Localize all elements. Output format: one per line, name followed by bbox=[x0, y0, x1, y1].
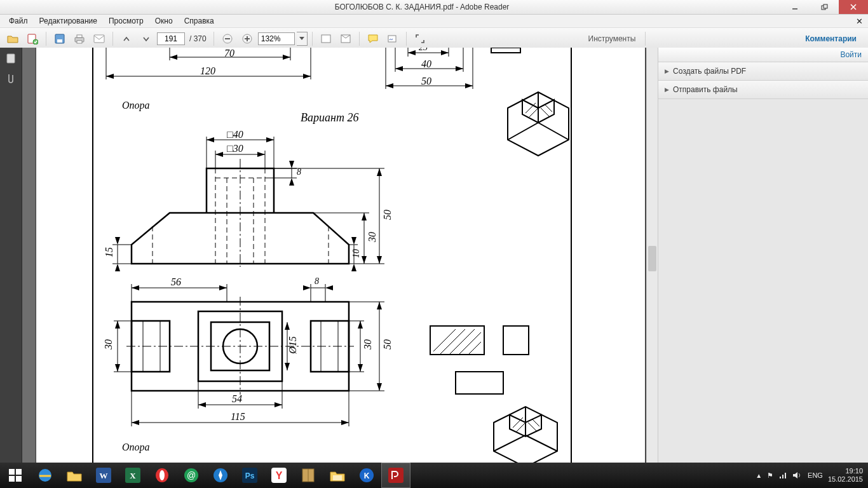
panel-create-pdf[interactable]: ▶ Создать файлы PDF bbox=[658, 62, 868, 81]
scrollbar-thumb[interactable] bbox=[648, 246, 656, 271]
svg-rect-8 bbox=[57, 39, 62, 43]
read-mode-button[interactable] bbox=[411, 30, 429, 48]
svg-marker-25 bbox=[170, 55, 177, 60]
page-total: / 370 bbox=[189, 34, 207, 43]
zoom-field[interactable] bbox=[258, 32, 295, 45]
label-opora-bot: Опора bbox=[122, 442, 150, 453]
svg-marker-83 bbox=[377, 168, 382, 176]
maximize-button[interactable] bbox=[810, 0, 839, 14]
menu-edit[interactable]: Редактирование bbox=[34, 15, 102, 27]
comments-panel-toggle[interactable]: Комментарии bbox=[797, 31, 864, 46]
comments-toggle-button[interactable] bbox=[364, 30, 382, 48]
task-archive[interactable] bbox=[294, 463, 323, 488]
photoshop-icon: Ps bbox=[242, 468, 257, 483]
zoom-in-button[interactable] bbox=[238, 30, 256, 48]
menu-bar: Файл Редактирование Просмотр Окно Справк… bbox=[0, 15, 868, 28]
fit-width-icon bbox=[320, 34, 332, 43]
task-photoshop[interactable]: Ps bbox=[235, 463, 264, 488]
fit-page-button[interactable] bbox=[337, 30, 355, 48]
svg-rect-157 bbox=[9, 469, 15, 475]
svg-marker-64 bbox=[266, 137, 274, 142]
disclosure-triangle-icon: ▶ bbox=[665, 68, 669, 74]
panel-send-files[interactable]: ▶ Отправить файлы bbox=[658, 81, 868, 99]
task-yandex[interactable]: Y bbox=[264, 463, 294, 488]
start-button[interactable] bbox=[0, 463, 31, 488]
main-toolbar: / 370 bbox=[0, 28, 868, 50]
svg-marker-132 bbox=[377, 383, 382, 391]
paperclip-icon bbox=[6, 72, 16, 85]
svg-marker-63 bbox=[207, 137, 214, 142]
task-excel[interactable]: X bbox=[118, 463, 147, 488]
task-adobe-reader[interactable] bbox=[381, 463, 410, 488]
zoom-out-button[interactable] bbox=[219, 30, 236, 48]
vertical-scrollbar[interactable] bbox=[646, 48, 658, 463]
attachments-button[interactable] bbox=[4, 72, 18, 86]
sign-in-link[interactable]: Войти bbox=[658, 48, 868, 62]
label-opora-top: Опора bbox=[122, 100, 150, 111]
svg-marker-89 bbox=[362, 256, 367, 264]
envelope-icon bbox=[93, 34, 105, 43]
svg-rect-10 bbox=[77, 35, 82, 37]
network-icon[interactable] bbox=[778, 471, 787, 480]
task-opera[interactable] bbox=[147, 463, 177, 488]
dim-15v: 15 bbox=[104, 247, 115, 257]
minimize-button[interactable] bbox=[780, 0, 810, 14]
svg-marker-137 bbox=[275, 402, 282, 407]
create-pdf-button[interactable] bbox=[24, 30, 41, 48]
task-word[interactable]: W bbox=[89, 463, 118, 488]
volume-icon[interactable] bbox=[792, 471, 803, 479]
svg-rect-145 bbox=[430, 326, 484, 355]
folder-open-icon bbox=[7, 34, 18, 44]
svg-marker-108 bbox=[132, 285, 139, 290]
menu-help[interactable]: Справка bbox=[179, 15, 219, 27]
svg-line-53 bbox=[545, 104, 552, 112]
tray-clock[interactable]: 19:10 15.02.2015 bbox=[828, 467, 863, 484]
dim-50v: 50 bbox=[382, 210, 393, 220]
tools-panel-toggle[interactable]: Инструменты bbox=[581, 31, 644, 46]
fit-width-button[interactable] bbox=[317, 30, 335, 48]
email-button[interactable] bbox=[90, 30, 108, 48]
page-first-button[interactable] bbox=[118, 30, 135, 48]
task-compass[interactable] bbox=[206, 463, 235, 488]
task-mail[interactable]: @ bbox=[177, 463, 206, 488]
floppy-icon bbox=[55, 34, 65, 44]
dim-10v: 10 bbox=[351, 249, 362, 258]
dim-54: 54 bbox=[232, 393, 242, 405]
svg-line-152 bbox=[468, 342, 481, 355]
close-button[interactable] bbox=[839, 0, 868, 14]
speech-bubble-icon bbox=[367, 34, 379, 44]
tray-up-icon[interactable]: ▲ bbox=[756, 472, 762, 479]
page-number-input[interactable] bbox=[157, 32, 185, 45]
svg-line-149 bbox=[440, 329, 465, 355]
menu-file[interactable]: Файл bbox=[4, 15, 33, 27]
svg-marker-92 bbox=[351, 237, 356, 245]
kompas-icon: K bbox=[359, 468, 374, 483]
dim-50: 50 bbox=[421, 76, 431, 87]
svg-rect-20 bbox=[388, 36, 396, 42]
task-folder-open[interactable] bbox=[323, 463, 352, 488]
signature-button[interactable] bbox=[384, 30, 402, 48]
zoom-dropdown[interactable] bbox=[297, 32, 308, 46]
task-ie[interactable] bbox=[31, 463, 60, 488]
svg-marker-31 bbox=[303, 74, 311, 79]
system-tray: ▲ ⚑ ENG 19:10 15.02.2015 bbox=[756, 467, 868, 484]
minimize-icon bbox=[792, 4, 798, 10]
document-close-button[interactable]: ✕ bbox=[856, 17, 863, 26]
task-kompas[interactable]: K bbox=[352, 463, 381, 488]
svg-line-51 bbox=[529, 108, 538, 117]
dim-30v2: 30 bbox=[103, 339, 114, 349]
panel-create-pdf-label: Создать файлы PDF bbox=[673, 67, 746, 76]
task-explorer[interactable] bbox=[60, 463, 89, 488]
open-button[interactable] bbox=[4, 30, 22, 48]
save-button[interactable] bbox=[51, 30, 69, 48]
thumbnails-button[interactable] bbox=[4, 51, 18, 65]
page-prev-button[interactable] bbox=[137, 30, 155, 48]
print-button[interactable] bbox=[71, 30, 88, 48]
svg-rect-12 bbox=[94, 35, 104, 43]
menu-window[interactable]: Окно bbox=[150, 15, 178, 27]
printer-icon bbox=[74, 34, 85, 44]
tray-language[interactable]: ENG bbox=[808, 471, 823, 479]
tray-flag-icon[interactable]: ⚑ bbox=[767, 471, 773, 480]
menu-view[interactable]: Просмотр bbox=[104, 15, 149, 27]
document-viewport[interactable]: 70 120 Опора 25 40 50 Вариант 26 □40 □30… bbox=[22, 48, 658, 463]
